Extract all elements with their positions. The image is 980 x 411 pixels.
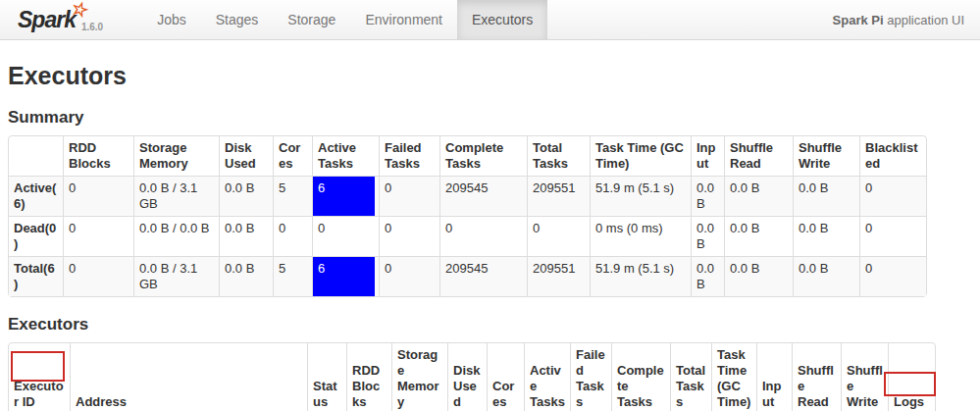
summary-header: Blacklisted <box>859 136 926 176</box>
summary-cell: 0.0 B <box>724 176 793 216</box>
summary-cell: 0.0 B <box>219 256 273 296</box>
executors-header: Total Tasks <box>670 343 711 411</box>
summary-cell: 0 <box>379 176 439 216</box>
summary-row-label: Total(6) <box>9 256 63 296</box>
summary-cell: 0.0 B <box>691 256 724 296</box>
summary-header: Input <box>691 136 724 176</box>
summary-table: RDD BlocksStorage MemoryDisk UsedCoresAc… <box>8 135 927 297</box>
summary-cell: 0.0 B <box>724 216 793 256</box>
tab-executors[interactable]: Executors <box>457 0 547 39</box>
executors-header: Status <box>307 343 346 411</box>
summary-cell: 0 <box>859 216 926 256</box>
executors-header: Logs <box>888 343 935 411</box>
summary-cell: 5 <box>273 256 312 296</box>
navbar-tabs: Jobs Stages Storage Environment Executor… <box>142 0 547 39</box>
spark-star-icon: ☆ <box>69 0 90 21</box>
executors-header: Task Time (GC Time) <box>711 343 756 411</box>
summary-cell: 0 <box>379 256 439 296</box>
executors-header: Complete Tasks <box>611 343 670 411</box>
summary-cell: 0 <box>273 216 312 256</box>
summary-cell: 0.0 B <box>691 216 724 256</box>
summary-heading: Summary <box>8 108 972 128</box>
summary-header: Complete Tasks <box>439 136 527 176</box>
tab-storage[interactable]: Storage <box>273 0 350 39</box>
summary-cell: 0.0 B <box>793 176 859 216</box>
summary-cell: 209551 <box>527 256 590 296</box>
summary-cell: 0.0 B <box>691 176 724 216</box>
active-tasks-cell: 6 <box>312 256 379 296</box>
summary-cell: 0.0 B <box>793 256 859 296</box>
application-name: Spark Pi <box>833 13 884 27</box>
summary-cell: 5 <box>273 176 312 216</box>
summary-header: Shuffle Write <box>793 136 859 176</box>
executors-header: RDD Blocks <box>346 343 391 411</box>
summary-cell: 0 <box>312 216 379 256</box>
summary-cell: 0 <box>63 176 133 216</box>
summary-row: Dead(0)00.0 B / 0.0 B0.0 B000000 ms (0 m… <box>9 216 926 256</box>
summary-cell: 0 <box>379 216 439 256</box>
active-tasks-cell: 6 <box>312 176 379 216</box>
summary-header: Cores <box>273 136 312 176</box>
executors-header-row: Executor IDAddressStatusRDD BlocksStorag… <box>9 343 935 411</box>
summary-row-label: Active(6) <box>9 176 63 216</box>
summary-header: Disk Used <box>219 136 273 176</box>
executors-header: Storage Memory <box>391 343 447 411</box>
summary-header: Shuffle Read <box>724 136 793 176</box>
active-tasks-bar: 6 <box>313 177 375 216</box>
summary-header: RDD Blocks <box>63 136 133 176</box>
spark-version: 1.6.0 <box>81 22 103 32</box>
executors-header: Address <box>70 343 307 411</box>
application-title: Spark Pi application UI <box>833 0 980 39</box>
summary-cell: 0.0 B / 0.0 B <box>133 216 219 256</box>
application-title-suffix: application UI <box>884 13 964 27</box>
summary-header: Total Tasks <box>527 136 590 176</box>
summary-cell: 0 <box>859 176 926 216</box>
spark-logo[interactable]: Spark ☆ 1.6.0 <box>0 0 111 39</box>
page-title: Executors <box>8 62 972 90</box>
spark-logo-text: Spark <box>18 7 76 32</box>
executors-header: Disk Used <box>447 343 487 411</box>
active-tasks-bar: 6 <box>313 257 375 296</box>
summary-header: Storage Memory <box>133 136 219 176</box>
executors-table: Executor IDAddressStatusRDD BlocksStorag… <box>8 342 936 411</box>
summary-row: Active(6)00.0 B / 3.1 GB0.0 B56020954520… <box>9 176 926 216</box>
summary-row-label: Dead(0) <box>9 216 63 256</box>
summary-cell: 0.0 B <box>219 216 273 256</box>
executors-header: Executor ID <box>9 343 70 411</box>
executors-header: Input <box>756 343 792 411</box>
summary-cell: 0 <box>63 256 133 296</box>
summary-header-row: RDD BlocksStorage MemoryDisk UsedCoresAc… <box>9 136 926 176</box>
summary-cell: 0 <box>63 216 133 256</box>
summary-header <box>9 136 63 176</box>
executors-header: Shuffle Read <box>792 343 841 411</box>
summary-cell: 209551 <box>527 176 590 216</box>
tab-environment[interactable]: Environment <box>350 0 457 39</box>
summary-header: Task Time (GC Time) <box>590 136 691 176</box>
summary-header: Active Tasks <box>312 136 379 176</box>
summary-row: Total(6)00.0 B / 3.1 GB0.0 B560209545209… <box>9 256 926 296</box>
summary-header: Failed Tasks <box>379 136 439 176</box>
executors-header: Failed Tasks <box>570 343 611 411</box>
summary-cell: 0.0 B / 3.1 GB <box>133 256 219 296</box>
summary-cell: 51.9 m (5.1 s) <box>590 176 691 216</box>
executors-header: Active Tasks <box>524 343 570 411</box>
summary-cell: 0.0 B <box>793 216 859 256</box>
summary-cell: 0 <box>859 256 926 296</box>
summary-cell: 0.0 B <box>724 256 793 296</box>
summary-cell: 0 ms (0 ms) <box>590 216 691 256</box>
summary-cell: 0 <box>439 216 527 256</box>
executors-header: Shuffle Write <box>841 343 888 411</box>
executors-heading: Executors <box>8 315 972 334</box>
tab-stages[interactable]: Stages <box>201 0 274 39</box>
summary-cell: 51.9 m (5.1 s) <box>590 256 691 296</box>
page-content: Executors Summary RDD BlocksStorage Memo… <box>0 62 980 411</box>
executors-header: Cores <box>487 343 524 411</box>
summary-cell: 0 <box>527 216 590 256</box>
tab-jobs[interactable]: Jobs <box>142 0 201 39</box>
summary-cell: 209545 <box>439 176 527 216</box>
summary-cell: 0.0 B / 3.1 GB <box>133 176 219 216</box>
summary-cell: 209545 <box>439 256 527 296</box>
navbar: Spark ☆ 1.6.0 Jobs Stages Storage Enviro… <box>0 0 980 40</box>
summary-cell: 0.0 B <box>219 176 273 216</box>
